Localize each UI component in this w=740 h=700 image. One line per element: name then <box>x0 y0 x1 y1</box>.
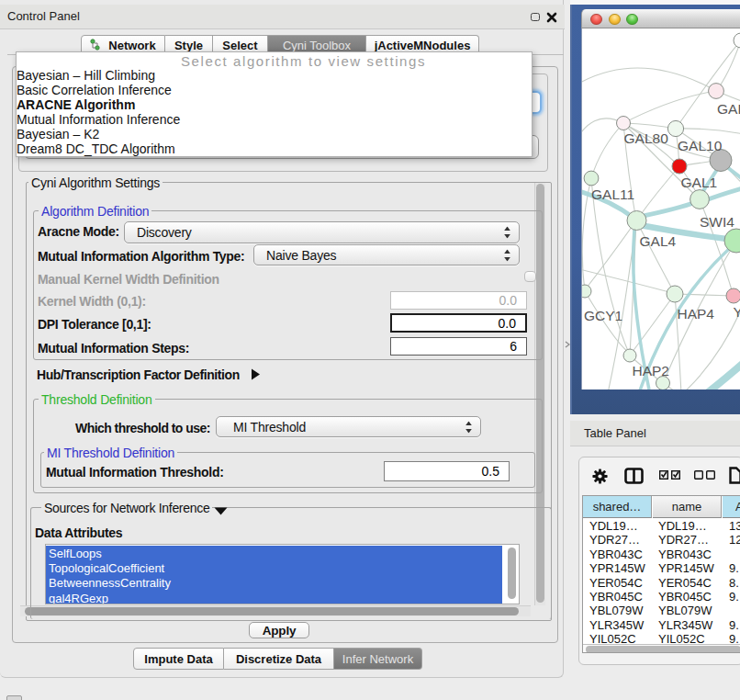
svg-text:GAL1: GAL1 <box>681 175 718 190</box>
svg-text:Y: Y <box>734 304 740 320</box>
svg-text:GAL80: GAL80 <box>624 130 669 146</box>
svg-text:GAL4: GAL4 <box>640 233 677 249</box>
svg-text:GAL7: GAL7 <box>717 101 740 117</box>
svg-text:HAP4: HAP4 <box>678 306 715 322</box>
svg-text:SWI4: SWI4 <box>700 214 734 230</box>
svg-text:GCY1: GCY1 <box>584 308 622 323</box>
svg-text:GAL11: GAL11 <box>591 186 634 202</box>
svg-text:HAP2: HAP2 <box>633 363 670 378</box>
svg-text:GAL10: GAL10 <box>678 138 723 153</box>
